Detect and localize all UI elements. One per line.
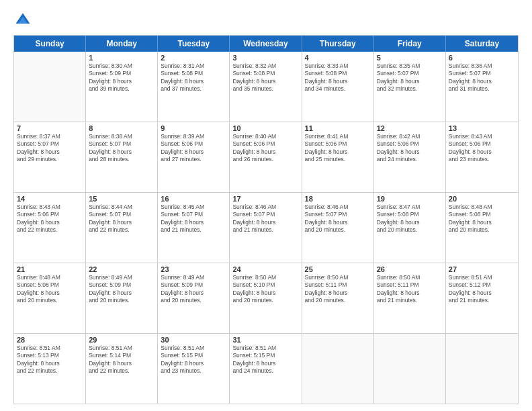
calendar-cell: 3Sunrise: 8:32 AM Sunset: 5:08 PM Daylig… [230,52,302,122]
calendar-header-cell: Friday [374,36,446,52]
day-number: 24 [232,265,298,273]
calendar-cell: 10Sunrise: 8:40 AM Sunset: 5:06 PM Dayli… [230,122,302,192]
calendar-cell: 18Sunrise: 8:46 AM Sunset: 5:07 PM Dayli… [302,193,374,263]
day-number: 9 [161,124,226,132]
calendar-cell [14,52,86,122]
calendar-cell: 22Sunrise: 8:49 AM Sunset: 5:09 PM Dayli… [86,263,158,333]
calendar-cell: 11Sunrise: 8:41 AM Sunset: 5:06 PM Dayli… [302,122,374,192]
calendar-cell: 19Sunrise: 8:47 AM Sunset: 5:08 PM Dayli… [374,193,446,263]
calendar-cell: 12Sunrise: 8:42 AM Sunset: 5:06 PM Dayli… [374,122,446,192]
calendar-cell: 8Sunrise: 8:38 AM Sunset: 5:07 PM Daylig… [86,122,158,192]
day-number: 11 [305,124,371,132]
day-info: Sunrise: 8:39 AM Sunset: 5:06 PM Dayligh… [161,133,226,164]
day-number: 21 [17,265,83,273]
day-info: Sunrise: 8:51 AM Sunset: 5:15 PM Dayligh… [232,345,298,375]
calendar-row: 1Sunrise: 8:30 AM Sunset: 5:09 PM Daylig… [14,52,518,122]
day-info: Sunrise: 8:50 AM Sunset: 5:11 PM Dayligh… [305,274,371,305]
calendar-cell: 27Sunrise: 8:51 AM Sunset: 5:12 PM Dayli… [446,263,518,333]
calendar-cell: 15Sunrise: 8:44 AM Sunset: 5:07 PM Dayli… [86,193,158,263]
day-info: Sunrise: 8:50 AM Sunset: 5:10 PM Dayligh… [232,274,298,305]
day-info: Sunrise: 8:51 AM Sunset: 5:15 PM Dayligh… [161,345,226,375]
calendar-cell [374,334,446,404]
day-info: Sunrise: 8:35 AM Sunset: 5:07 PM Dayligh… [377,62,443,93]
day-number: 3 [232,54,298,62]
calendar-cell: 30Sunrise: 8:51 AM Sunset: 5:15 PM Dayli… [158,334,230,404]
day-number: 15 [89,195,154,203]
calendar-cell: 13Sunrise: 8:43 AM Sunset: 5:06 PM Dayli… [446,122,518,192]
day-number: 26 [377,265,443,273]
day-info: Sunrise: 8:47 AM Sunset: 5:08 PM Dayligh… [377,203,443,234]
day-number: 20 [449,195,515,203]
calendar-cell: 2Sunrise: 8:31 AM Sunset: 5:08 PM Daylig… [158,52,230,122]
calendar-cell: 29Sunrise: 8:51 AM Sunset: 5:14 PM Dayli… [86,334,158,404]
day-info: Sunrise: 8:48 AM Sunset: 5:08 PM Dayligh… [17,274,83,305]
day-number: 29 [89,336,154,344]
calendar-cell: 6Sunrise: 8:36 AM Sunset: 5:07 PM Daylig… [446,52,518,122]
calendar-header-cell: Wednesday [230,36,302,52]
day-number: 12 [377,124,443,132]
calendar-cell: 5Sunrise: 8:35 AM Sunset: 5:07 PM Daylig… [374,52,446,122]
day-number: 16 [161,195,226,203]
day-info: Sunrise: 8:44 AM Sunset: 5:07 PM Dayligh… [89,203,154,234]
day-number: 6 [449,54,515,62]
calendar-cell: 31Sunrise: 8:51 AM Sunset: 5:15 PM Dayli… [230,334,302,404]
calendar-cell: 24Sunrise: 8:50 AM Sunset: 5:10 PM Dayli… [230,263,302,333]
day-number: 25 [305,265,371,273]
day-info: Sunrise: 8:49 AM Sunset: 5:09 PM Dayligh… [89,274,154,305]
day-number: 7 [17,124,83,132]
day-info: Sunrise: 8:41 AM Sunset: 5:06 PM Dayligh… [305,133,371,164]
day-info: Sunrise: 8:48 AM Sunset: 5:08 PM Dayligh… [449,203,515,234]
calendar-header-cell: Tuesday [158,36,230,52]
day-info: Sunrise: 8:40 AM Sunset: 5:06 PM Dayligh… [232,133,298,164]
calendar-cell: 26Sunrise: 8:50 AM Sunset: 5:11 PM Dayli… [374,263,446,333]
calendar-cell: 23Sunrise: 8:49 AM Sunset: 5:09 PM Dayli… [158,263,230,333]
day-number: 13 [449,124,515,132]
calendar-cell: 9Sunrise: 8:39 AM Sunset: 5:06 PM Daylig… [158,122,230,192]
calendar-row: 28Sunrise: 8:51 AM Sunset: 5:13 PM Dayli… [14,334,518,404]
day-info: Sunrise: 8:37 AM Sunset: 5:07 PM Dayligh… [17,133,83,164]
day-info: Sunrise: 8:46 AM Sunset: 5:07 PM Dayligh… [232,203,298,234]
day-info: Sunrise: 8:38 AM Sunset: 5:07 PM Dayligh… [89,133,154,164]
logo-icon [13,11,32,30]
calendar-cell: 17Sunrise: 8:46 AM Sunset: 5:07 PM Dayli… [230,193,302,263]
day-number: 23 [161,265,226,273]
day-info: Sunrise: 8:51 AM Sunset: 5:13 PM Dayligh… [17,345,83,375]
calendar-cell [302,334,374,404]
calendar: SundayMondayTuesdayWednesdayThursdayFrid… [13,35,519,404]
day-number: 1 [89,54,154,62]
calendar-cell: 7Sunrise: 8:37 AM Sunset: 5:07 PM Daylig… [14,122,86,192]
day-info: Sunrise: 8:46 AM Sunset: 5:07 PM Dayligh… [305,203,371,234]
calendar-header: SundayMondayTuesdayWednesdayThursdayFrid… [14,36,518,52]
day-number: 4 [305,54,371,62]
day-number: 30 [161,336,226,344]
day-info: Sunrise: 8:36 AM Sunset: 5:07 PM Dayligh… [449,62,515,93]
day-number: 8 [89,124,154,132]
calendar-header-cell: Sunday [14,36,86,52]
day-info: Sunrise: 8:32 AM Sunset: 5:08 PM Dayligh… [232,62,298,93]
calendar-body: 1Sunrise: 8:30 AM Sunset: 5:09 PM Daylig… [14,52,518,404]
calendar-header-cell: Saturday [446,36,518,52]
day-number: 10 [232,124,298,132]
page: SundayMondayTuesdayWednesdayThursdayFrid… [0,0,532,411]
day-info: Sunrise: 8:45 AM Sunset: 5:07 PM Dayligh… [161,203,226,234]
day-info: Sunrise: 8:51 AM Sunset: 5:12 PM Dayligh… [449,274,515,305]
calendar-cell [446,334,518,404]
day-info: Sunrise: 8:51 AM Sunset: 5:14 PM Dayligh… [89,345,154,375]
calendar-header-cell: Monday [86,36,158,52]
day-info: Sunrise: 8:43 AM Sunset: 5:06 PM Dayligh… [17,203,83,234]
day-info: Sunrise: 8:30 AM Sunset: 5:09 PM Dayligh… [89,62,154,93]
logo [13,11,35,30]
day-number: 22 [89,265,154,273]
day-info: Sunrise: 8:50 AM Sunset: 5:11 PM Dayligh… [377,274,443,305]
calendar-cell: 21Sunrise: 8:48 AM Sunset: 5:08 PM Dayli… [14,263,86,333]
calendar-cell: 16Sunrise: 8:45 AM Sunset: 5:07 PM Dayli… [158,193,230,263]
calendar-cell: 4Sunrise: 8:33 AM Sunset: 5:08 PM Daylig… [302,52,374,122]
day-number: 27 [449,265,515,273]
day-info: Sunrise: 8:49 AM Sunset: 5:09 PM Dayligh… [161,274,226,305]
header [13,11,519,30]
calendar-row: 7Sunrise: 8:37 AM Sunset: 5:07 PM Daylig… [14,122,518,193]
day-info: Sunrise: 8:31 AM Sunset: 5:08 PM Dayligh… [161,62,226,93]
day-number: 14 [17,195,83,203]
calendar-cell: 20Sunrise: 8:48 AM Sunset: 5:08 PM Dayli… [446,193,518,263]
day-info: Sunrise: 8:42 AM Sunset: 5:06 PM Dayligh… [377,133,443,164]
